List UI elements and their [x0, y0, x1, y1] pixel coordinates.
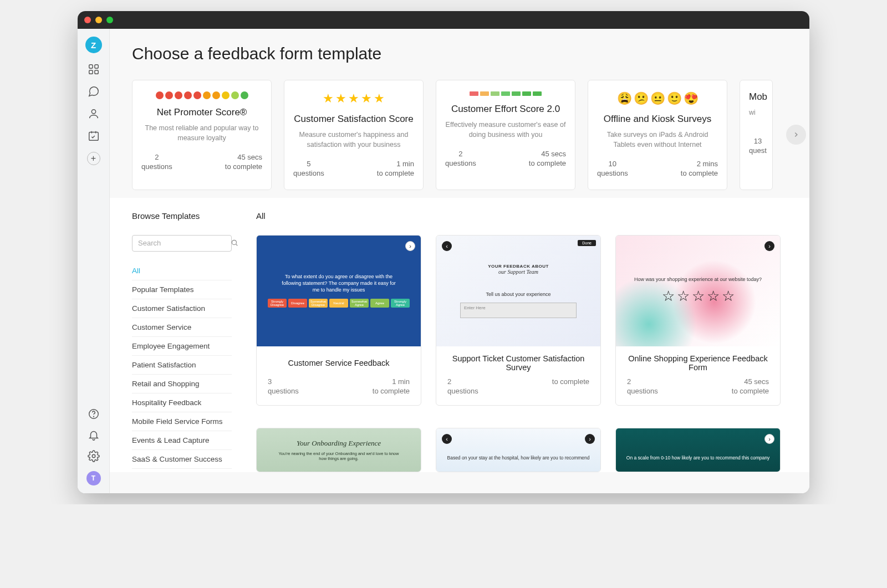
- nps-dots-icon: [156, 91, 248, 99]
- window-min-dot[interactable]: [95, 17, 102, 23]
- nav-add-button[interactable]: +: [87, 152, 100, 165]
- type-carousel: Net Promoter Score®The most reliable and…: [110, 72, 809, 198]
- nav-dashboard-icon[interactable]: [88, 63, 100, 75]
- template-card-title: Customer Service Feedback: [257, 346, 421, 377]
- template-card[interactable]: ›On a scale from 0-10 how likely are you…: [615, 428, 781, 472]
- category-item[interactable]: All: [132, 262, 232, 280]
- svg-rect-1: [94, 65, 98, 68]
- type-card-desc: Take surveys on iPads & Android Tablets …: [597, 130, 718, 150]
- svg-rect-0: [89, 65, 92, 68]
- carousel-next-button[interactable]: [786, 125, 806, 145]
- done-badge: Done: [578, 240, 596, 246]
- template-card-stats: 2questionsto complete: [436, 377, 600, 405]
- nav-bell-icon[interactable]: [88, 429, 100, 441]
- nav-avatar[interactable]: T: [86, 471, 101, 485]
- category-item[interactable]: Popular Templates: [132, 280, 232, 299]
- svg-point-7: [93, 416, 94, 417]
- type-card[interactable]: 😩😕😐🙂😍Offline and Kiosk SurveysTake surve…: [588, 80, 727, 190]
- category-item[interactable]: Retail and Shopping: [132, 375, 232, 393]
- category-item[interactable]: Events & Lead Capture: [132, 431, 232, 450]
- svg-rect-3: [94, 70, 98, 74]
- type-card-title: Offline and Kiosk Surveys: [604, 114, 711, 125]
- nav-chat-icon[interactable]: [88, 85, 100, 98]
- window-max-dot[interactable]: [106, 17, 113, 23]
- svg-point-8: [92, 454, 95, 458]
- template-grid-row2: Your Onboarding ExperienceYou're nearing…: [256, 428, 787, 472]
- category-item[interactable]: Mobile Field Service Forms: [132, 412, 232, 431]
- type-card-stats: 13quest: [749, 137, 763, 156]
- browse-all-heading: All: [256, 211, 787, 221]
- browse-heading: Browse Templates: [132, 211, 256, 221]
- app-logo[interactable]: Z: [85, 37, 102, 53]
- emoji-icon: 😩😕😐🙂😍: [617, 91, 699, 106]
- type-card-title: Customer Satisfaction Score: [294, 114, 413, 125]
- next-icon: ›: [764, 434, 774, 444]
- category-item[interactable]: Customer Satisfaction: [132, 299, 232, 318]
- type-card-desc: Measure customer's happiness and satisfa…: [293, 130, 414, 150]
- side-nav: Z +: [78, 29, 110, 493]
- nav-help-icon[interactable]: [88, 408, 100, 420]
- type-card[interactable]: Customer Effort Score 2.0Effectively mea…: [436, 80, 575, 190]
- stars-icon: ★★★★★: [323, 91, 385, 106]
- svg-rect-2: [89, 70, 92, 74]
- category-item[interactable]: SaaS & Customer Success: [132, 450, 232, 469]
- search-icon: [231, 239, 238, 249]
- template-grid: ›To what extent do you agree or disagree…: [256, 235, 787, 406]
- template-card[interactable]: ‹›Based on your stay at the hospital, ho…: [436, 428, 601, 472]
- ces-segments-icon: [470, 91, 542, 96]
- window-titlebar: [78, 11, 809, 29]
- app-body: Z +: [78, 29, 809, 493]
- page-header: Choose a feedback form template: [110, 29, 809, 72]
- browse-main: All ›To what extent do you agree or disa…: [256, 211, 787, 472]
- type-card-stats: 5questions1 minto complete: [293, 160, 414, 178]
- category-item[interactable]: Employee Engagement: [132, 337, 232, 356]
- type-card-stats: 2questions45 secsto complete: [445, 150, 566, 168]
- type-card[interactable]: ★★★★★Customer Satisfaction ScoreMeasure …: [284, 80, 424, 190]
- template-card[interactable]: ‹DoneYOUR FEEDBACK ABOUTour Support Team…: [436, 235, 601, 406]
- category-item[interactable]: Patient Satisfaction: [132, 356, 232, 375]
- type-card-desc: The most reliable and popular way to mea…: [141, 124, 262, 143]
- type-card-stats: 2questions45 secsto complete: [141, 153, 262, 172]
- template-card[interactable]: ›To what extent do you agree or disagree…: [256, 235, 421, 406]
- template-card-stats: 2questions45 secsto complete: [616, 377, 780, 405]
- browse-section: Browse Templates AllPopular TemplatesCus…: [110, 198, 809, 472]
- type-card-title: Mob: [749, 91, 767, 103]
- nav-calendar-icon[interactable]: [88, 130, 100, 142]
- prev-icon: ‹: [442, 434, 452, 444]
- template-card-title: Support Ticket Customer Satisfaction Sur…: [436, 346, 600, 377]
- main-content: Choose a feedback form template Net Prom…: [110, 29, 809, 493]
- category-item[interactable]: Hospitality Feedback: [132, 393, 232, 412]
- type-card[interactable]: Mobwi13quest: [740, 80, 773, 190]
- next-icon: ›: [585, 434, 595, 444]
- template-card[interactable]: ›How was your shopping experience at our…: [615, 235, 781, 406]
- type-card[interactable]: Net Promoter Score®The most reliable and…: [132, 80, 272, 190]
- nav-user-icon[interactable]: [88, 108, 100, 120]
- type-card-desc: wi: [749, 108, 756, 127]
- type-card-title: Net Promoter Score®: [157, 107, 247, 118]
- type-card-desc: Effectively measure customer's ease of d…: [445, 120, 566, 140]
- nav-settings-icon[interactable]: [88, 450, 100, 462]
- svg-point-4: [91, 110, 95, 114]
- search-container: [132, 235, 256, 252]
- type-card-title: Customer Effort Score 2.0: [451, 104, 560, 115]
- category-list: AllPopular TemplatesCustomer Satisfactio…: [132, 262, 256, 469]
- svg-point-9: [232, 240, 236, 244]
- template-card-title: Online Shopping Experience Feedback Form: [616, 346, 780, 377]
- page-title: Choose a feedback form template: [132, 44, 787, 63]
- app-window: Z +: [78, 11, 809, 493]
- type-card-stats: 10questions2 minsto complete: [597, 160, 718, 178]
- next-icon: ›: [405, 241, 415, 251]
- template-card[interactable]: Your Onboarding ExperienceYou're nearing…: [256, 428, 421, 472]
- browse-sidebar: Browse Templates AllPopular TemplatesCus…: [132, 211, 256, 472]
- window-close-dot[interactable]: [84, 17, 91, 23]
- next-icon: ›: [764, 241, 774, 251]
- prev-icon: ‹: [442, 241, 452, 251]
- category-item[interactable]: Customer Service: [132, 318, 232, 337]
- template-card-stats: 3questions1 minto complete: [257, 377, 421, 405]
- search-input[interactable]: [132, 235, 232, 252]
